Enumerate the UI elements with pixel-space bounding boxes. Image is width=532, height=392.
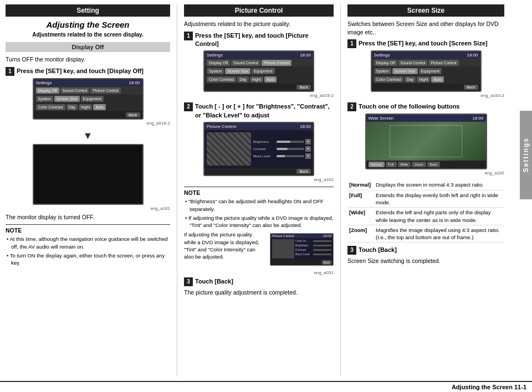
size-key: [Normal] xyxy=(347,180,374,190)
pic-row-3: Color Contrast Day Night Auto xyxy=(204,75,313,84)
pic-step-3: 3 Touch [Back] The picture quality adjus… xyxy=(184,277,334,297)
pc-inset-top: Picture Control 18:00 xyxy=(270,234,333,238)
pic-note-1: • "Brightness" can be adjusted with head… xyxy=(184,198,334,213)
size-table: [Normal]Displays the screen in normal 4:… xyxy=(347,180,504,243)
pic-note-title: NOTE xyxy=(184,189,334,196)
size-val: Displays the screen in normal 4:3 aspect… xyxy=(374,180,504,190)
pc-inset-row-3: Contrast xyxy=(295,248,331,251)
settings-sidebar-tab: Settings xyxy=(520,111,532,199)
ss-color-contrast: Color Contrast xyxy=(374,76,403,82)
black-level-bar xyxy=(277,155,304,157)
blank-desc: The monitor display is turned OFF. xyxy=(6,213,170,221)
ss-step-3-num: 3 xyxy=(347,246,356,255)
pic-note-block: NOTE • "Brightness" can be adjusted with… xyxy=(184,187,334,229)
ss-screen-1-title: Settings xyxy=(374,53,390,58)
pic-note-2-text: If adjusting the picture quality while a… xyxy=(184,231,265,268)
screen-caption-1: eng_a018-2 xyxy=(6,121,170,126)
picture-control-btn: Picture Control xyxy=(90,87,120,94)
ss-system: System xyxy=(374,68,391,74)
screen-size-column: Screen Size Switches between Screen Size… xyxy=(341,4,504,376)
display-off-desc: Turns OFF the monitor display. xyxy=(6,55,170,64)
screen-menu-row-1: Display Off Sound Control Picture Contro… xyxy=(34,86,142,95)
pic-screen-2: Picture Control 18:00 Brightness + xyxy=(203,122,314,176)
ws-wide-btn: Wide xyxy=(398,162,411,167)
pc-inset-row-1: Color Int. xyxy=(295,239,331,243)
ss-step-2-num: 2 xyxy=(347,102,356,111)
table-row: [Normal]Displays the screen in normal 4:… xyxy=(347,180,504,190)
page-footer: Adjusting the Screen 11-1 xyxy=(0,381,532,392)
ws-zoom-btn: Zoom xyxy=(412,162,426,167)
ws-normal-btn: Normal xyxy=(369,162,385,167)
pic-screen-2-time: 18:00 xyxy=(300,124,311,129)
pic-step-3-desc: The picture quality adjustment is comple… xyxy=(184,288,334,297)
pic-night: Night xyxy=(250,76,263,82)
page-subtitle: Adjustments related to the screen displa… xyxy=(6,32,170,38)
pic-note-2: • If adjusting the picture quality while… xyxy=(184,214,334,229)
ws-time: 18:00 xyxy=(472,116,483,121)
ss-step-3: 3 Touch [Back] Screen Size switching is … xyxy=(347,246,504,265)
table-row: [Wide]Extends the left and right parts o… xyxy=(347,208,504,225)
arrow-down: ▼ xyxy=(6,130,170,142)
ss-day: Day xyxy=(405,76,416,82)
footer-right: Adjusting the Screen 11-1 xyxy=(452,384,526,390)
pic-back-1: Back xyxy=(296,85,311,90)
ss-night: Night xyxy=(417,76,430,82)
step-1-block: 1 Press the [SET] key, and touch [Displa… xyxy=(6,67,170,126)
pic-step-1: 1 Press the [SET] key, and touch [Pictur… xyxy=(184,32,334,99)
pic-screen-1-bar: Settings 18:00 xyxy=(204,51,313,59)
ss-step-2-label: 2 Touch one of the following buttons xyxy=(347,102,504,111)
size-val: Extends the left and right parts only of… xyxy=(374,208,504,225)
size-val: Magnifies the image displayed using 4:3 … xyxy=(374,225,504,243)
pc-inset-thumb xyxy=(272,239,294,259)
note-block: NOTE • At this time, although the naviga… xyxy=(6,224,170,266)
ss-screen-1-bar: Settings 18:00 xyxy=(372,51,480,59)
screen-title: Settings xyxy=(36,80,52,85)
screen-size-btn: Screen Size xyxy=(54,96,80,102)
pic-screen-2-bar: Picture Control 18:00 xyxy=(204,123,313,130)
pic-screen-2-bottom: Back xyxy=(204,168,313,175)
ss-screen-1-caption: eng_a163-2 xyxy=(347,93,504,98)
pic-step-3-num: 3 xyxy=(184,277,193,286)
settings-sidebar-label: Settings xyxy=(522,137,530,172)
ss-screen-1: Settings 18:00 Display Off Sound Control… xyxy=(371,50,482,92)
picture-control-column: Picture Control Adjustments related to t… xyxy=(177,4,341,376)
brightness-plus: + xyxy=(305,139,311,145)
pc-inset-row-4: Black Level xyxy=(295,252,331,256)
ss-step-1-num: 1 xyxy=(347,39,356,48)
size-key: [Full] xyxy=(347,190,374,208)
black-level-plus: + xyxy=(305,153,311,159)
note-title: NOTE xyxy=(6,227,170,234)
brightness-label: Brightness xyxy=(253,140,275,143)
table-row: [Zoom]Magnifies the image displayed usin… xyxy=(347,225,504,243)
page-title: Adjusting the Screen xyxy=(6,20,170,29)
pic-screen-1-time: 18:00 xyxy=(300,53,311,58)
blank-caption: eng_a161 xyxy=(6,206,170,211)
night-btn: Night xyxy=(79,104,92,110)
ss-picture-control: Picture Control xyxy=(428,60,458,66)
size-val: Extends the display evenly both left and… xyxy=(374,190,504,208)
picture-desc: Adjustments related to the picture quali… xyxy=(184,20,334,28)
pc-inset-title: Picture Control xyxy=(272,234,294,238)
screen-bottom-1: Back xyxy=(34,111,142,118)
pic-equipment: Equipment xyxy=(252,68,274,74)
contrast-label: Contrast xyxy=(253,147,275,151)
screen-size-desc: Switches between Screen Size and other d… xyxy=(347,20,504,36)
pic-screen-1-title: Settings xyxy=(207,53,223,58)
screen-row-3: Color Contrast Day Night Auto xyxy=(34,103,142,111)
auto-btn: Auto xyxy=(93,104,105,110)
pic-step-2-num: 2 xyxy=(184,102,193,111)
step-1-label: 1 Press the [SET] key, and touch [Displa… xyxy=(6,67,170,76)
screen-top-bar: Settings 18:00 xyxy=(34,79,142,86)
pic-day: Day xyxy=(237,76,248,82)
pic-step-2-label: 2 Touch [ - ] or [ + ] for "Brightness",… xyxy=(184,102,334,120)
color-contrast-btn: Color Contrast xyxy=(36,104,65,110)
ss-menu-row-1: Display Off Sound Control Picture Contro… xyxy=(372,59,480,67)
pic-step-3-label: 3 Touch [Back] xyxy=(184,277,334,286)
black-level-row: Black Level + xyxy=(253,153,311,159)
pic-row-2: System Screen Size Equipment xyxy=(204,67,313,75)
pic-menu-row-1: Display Off Sound Control Picture Contro… xyxy=(204,59,313,67)
screen-mockup-1: Settings 18:00 Display Off Sound Control… xyxy=(33,78,144,120)
pc-inset-row-2: Brightness xyxy=(295,244,331,247)
day-btn: Day xyxy=(66,104,78,110)
pic-color-contrast: Color Contrast xyxy=(207,76,236,82)
